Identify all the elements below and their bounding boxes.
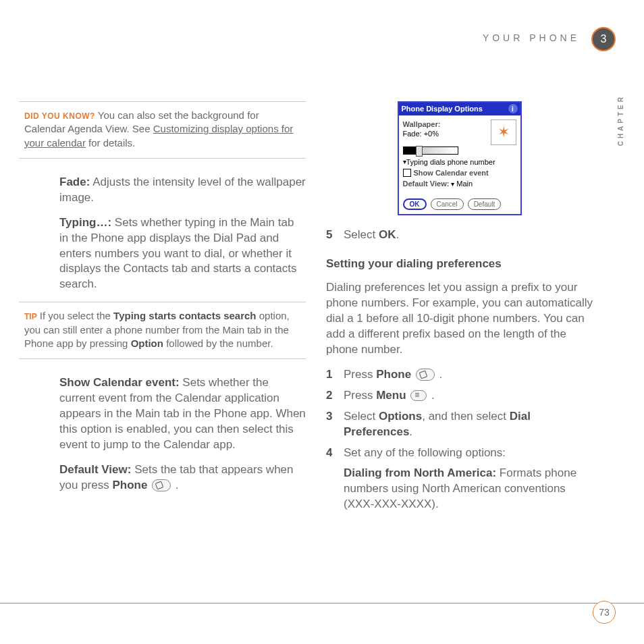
typing-paragraph: Typing…: Sets whether typing in the Main…	[59, 215, 306, 293]
step-number: 4	[326, 446, 344, 461]
step-4: 4 Set any of the following options:	[326, 446, 593, 461]
show-calendar-event-label: Show Calendar event	[414, 168, 489, 178]
s2-text-b: .	[428, 389, 434, 402]
default-button[interactable]: Default	[468, 198, 502, 211]
step-1: 1 Press Phone .	[326, 367, 593, 383]
tip-bold-a: Typing starts contacts search	[113, 310, 256, 321]
info-icon[interactable]: i	[508, 104, 518, 113]
s1-phone-bold: Phone	[376, 368, 411, 381]
dialing-intro: Dialing preferences let you assign a pre…	[326, 280, 593, 358]
s1-text-a: Press	[344, 368, 376, 381]
tip-bold-b: Option	[131, 338, 163, 349]
checkbox-icon[interactable]	[403, 169, 411, 177]
page-number: 73	[593, 601, 616, 624]
show-calendar-checkbox-row[interactable]: Show Calendar event	[403, 168, 516, 178]
chapter-label: CHAPTER	[617, 95, 624, 146]
default-view-paragraph: Default View: Sets the tab that appears …	[59, 462, 306, 493]
header-section-title: YOUR PHONE	[483, 32, 580, 43]
fade-value: Fade: +0%	[403, 129, 441, 138]
step-5: 5 Select OK.	[326, 227, 593, 243]
footer-divider	[0, 603, 644, 603]
chapter-number-badge: 3	[591, 27, 616, 51]
phone-icon	[152, 479, 171, 491]
right-column: Phone Display Options i Wallpaper: Fade:…	[326, 101, 593, 522]
typing-label: Typing…:	[59, 216, 111, 229]
ok-button[interactable]: OK	[403, 198, 427, 211]
default-view-dialog-label: Default View:	[403, 179, 450, 188]
s3-options-bold: Options	[379, 410, 422, 423]
left-column: DID YOU KNOW? You can also set the backg…	[39, 101, 306, 522]
fade-label: Fade:	[59, 176, 90, 188]
default-view-label: Default View:	[59, 463, 131, 476]
step-number: 3	[326, 409, 344, 440]
show-calendar-label: Show Calendar event:	[59, 376, 180, 389]
dialing-preferences-heading: Setting your dialing preferences	[326, 257, 593, 272]
step-2: 2 Press Menu .	[326, 388, 593, 404]
s3-end: .	[409, 425, 412, 438]
wallpaper-label: Wallpaper:	[403, 120, 441, 128]
phone-icon	[416, 369, 435, 381]
step5-text-a: Select	[344, 228, 379, 241]
s1-text-b: .	[436, 368, 442, 381]
dialog-title-text: Phone Display Options	[402, 104, 483, 114]
dialog-body: Wallpaper: Fade: +0% ✶ Typing dials phon…	[399, 115, 520, 194]
s2-menu-bold: Menu	[376, 389, 406, 402]
fade-slider[interactable]	[403, 146, 458, 155]
s3-text-a: Select	[344, 410, 379, 423]
content-columns: DID YOU KNOW? You can also set the backg…	[39, 101, 593, 522]
tip-callout: TIP If you select the Typing starts cont…	[19, 302, 306, 359]
phone-display-options-dialog: Phone Display Options i Wallpaper: Fade:…	[398, 101, 522, 215]
show-calendar-paragraph: Show Calendar event: Sets whether the cu…	[59, 375, 306, 453]
menu-icon	[410, 390, 427, 401]
step-number: 2	[326, 388, 344, 404]
did-you-know-tag: DID YOU KNOW?	[24, 111, 95, 121]
fade-paragraph: Fade: Adjusts the intensity level of the…	[59, 175, 306, 206]
callout-text-b: for details.	[88, 137, 135, 149]
default-view-text-b: .	[172, 479, 178, 491]
s2-text-a: Press	[344, 389, 376, 402]
s3-mid: , and then select	[422, 410, 509, 423]
wallpaper-thumbnail[interactable]: ✶	[491, 119, 516, 145]
step-number: 1	[326, 367, 344, 383]
dialing-na-paragraph: Dialing from North America: Formats phon…	[344, 466, 593, 512]
tip-text-a: If you select the	[40, 310, 113, 321]
did-you-know-callout: DID YOU KNOW? You can also set the backg…	[19, 101, 306, 159]
fade-text: Adjusts the intensity level of the wallp…	[59, 176, 306, 204]
dialog-button-row: OK Cancel Default	[399, 194, 520, 215]
dialing-na-label: Dialing from North America:	[344, 466, 496, 479]
default-view-dropdown[interactable]: Main	[451, 179, 473, 188]
typing-dropdown[interactable]: Typing dials phone number	[403, 157, 516, 167]
step5-text-b: .	[396, 228, 399, 241]
dialog-titlebar: Phone Display Options i	[399, 103, 520, 115]
step-number: 5	[326, 227, 344, 243]
cancel-button[interactable]: Cancel	[431, 198, 464, 211]
s4-text: Set any of the following options:	[344, 446, 593, 461]
tip-tag: TIP	[24, 312, 37, 321]
default-view-phone-bold: Phone	[112, 479, 147, 491]
step-3: 3 Select Options, and then select Dial P…	[326, 409, 593, 440]
step5-ok-bold: OK	[379, 228, 396, 241]
tip-text-c: followed by the number.	[166, 338, 273, 349]
